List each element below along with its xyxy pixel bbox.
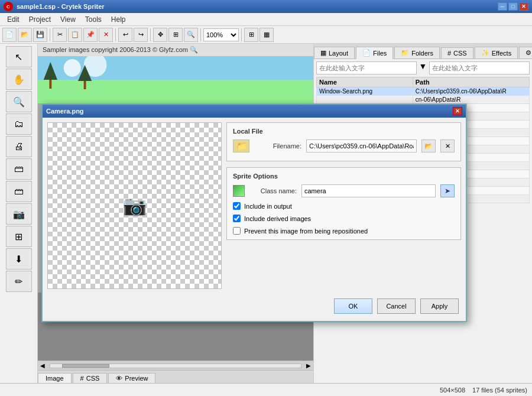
tab-effects[interactable]: ✨ Effects [475, 47, 518, 59]
tool-arrow-down[interactable]: ⬇ [6, 248, 32, 270]
tab-folders[interactable]: 📁 Folders [394, 47, 440, 59]
file-name-cell [317, 96, 413, 104]
tab-preview-label: Preview [125, 375, 148, 382]
sprite-options-section: Sprite Options Class name: ➤ Include in … [226, 167, 461, 240]
tool-camera[interactable]: 📷 [6, 203, 32, 225]
include-output-row: Include in output [233, 202, 455, 210]
toolbar-open-btn[interactable]: 📂 [18, 28, 32, 42]
file-path-cell: C:\Users\pc0359.cn-06\AppData\R [413, 87, 529, 96]
bottom-tabs: Image # CSS 👁 Preview [38, 370, 313, 383]
menu-edit[interactable]: Edit [2, 14, 24, 25]
files-table-row[interactable]: cn-06\AppData\R [317, 96, 530, 104]
toolbar-copy-btn[interactable]: 📋 [68, 28, 82, 42]
filename-label: Filename: [254, 142, 301, 150]
filter-icon: ▼ [419, 61, 427, 74]
tool-pointer[interactable]: ↖ [6, 46, 32, 67]
cancel-button[interactable]: Cancel [377, 298, 416, 314]
camera-dialog: Camera.png ✕ 📷 Local File 📁 Filename: [41, 103, 467, 322]
dialog-body: 📷 Local File 📁 Filename: 📂 ✕ [43, 118, 466, 294]
dialog-settings: Local File 📁 Filename: 📂 ✕ Sprite Option… [226, 122, 461, 289]
toolbar-save-btn[interactable]: 💾 [33, 28, 47, 42]
tab-files-label: Files [373, 50, 387, 57]
menu-help[interactable]: Help [106, 14, 131, 25]
toolbar-delete-btn[interactable]: ✕ [99, 28, 113, 42]
tab-css-right[interactable]: # CSS [441, 47, 473, 59]
filename-input[interactable] [306, 139, 417, 152]
include-derived-checkbox[interactable] [233, 215, 241, 222]
panel-tabs: ▦ Layout 📄 Files 📁 Folders # CSS ✨ Effec… [314, 44, 532, 59]
toolbar-paste-btn[interactable]: 📌 [83, 28, 98, 42]
toolbar-separator-2 [115, 28, 116, 41]
toolbar-select-btn[interactable]: ⊞ [168, 28, 183, 42]
maximize-button[interactable]: □ [508, 2, 518, 11]
tab-effects-label: Effects [492, 50, 511, 57]
toolbar-separator-3 [150, 28, 151, 41]
tab-image[interactable]: Image [38, 373, 72, 383]
filename-browse-btn[interactable]: 📂 [421, 139, 436, 152]
files-path-search[interactable] [429, 61, 530, 74]
minimize-button[interactable]: ─ [498, 2, 507, 11]
toolbar-move-btn[interactable]: ✥ [153, 28, 167, 42]
tab-preview[interactable]: 👁 Preview [108, 373, 155, 383]
toolbar-zoom-btn[interactable]: 🔍 [184, 28, 198, 42]
tool-db2[interactable]: 🗃 [6, 181, 32, 202]
classname-arrow-btn[interactable]: ➤ [440, 184, 455, 197]
file-name-cell: Window-Search.png [317, 87, 413, 96]
include-output-label: Include in output [244, 203, 292, 210]
tab-optimize[interactable]: ⚙ Optimize [519, 47, 532, 59]
tab-css-right-label: CSS [453, 50, 467, 57]
sprite-icon [233, 185, 245, 197]
tool-grid[interactable]: ⊞ [6, 226, 32, 247]
window-close-button[interactable]: ✕ [519, 2, 528, 11]
menu-tools[interactable]: Tools [80, 14, 106, 25]
preview-camera-icon: 📷 [123, 194, 147, 217]
tab-image-label: Image [46, 375, 64, 382]
hscroll-thumb[interactable] [62, 364, 109, 368]
tab-files[interactable]: 📄 Files [356, 47, 393, 59]
tab-css[interactable]: # CSS [73, 373, 108, 383]
toolbar-undo-btn[interactable]: ↩ [118, 28, 132, 42]
toolbar-grid-btn[interactable]: ⊞ [244, 28, 258, 42]
zoom-select[interactable]: 100% 75% 50% 150% 200% [203, 28, 239, 41]
ok-button[interactable]: OK [334, 298, 372, 314]
toolbar-layout-btn[interactable]: ▦ [259, 28, 274, 42]
files-name-search[interactable] [316, 61, 417, 74]
tool-pen[interactable]: ✏ [6, 271, 32, 292]
toolbar-separator-5 [241, 28, 242, 41]
toolbar-new-btn[interactable]: 📄 [2, 28, 17, 42]
canvas-hscrollbar[interactable]: ◀ ▶ [38, 361, 313, 370]
include-output-checkbox[interactable] [233, 202, 241, 210]
tool-pan[interactable]: ✋ [6, 69, 32, 90]
tool-zoom[interactable]: 🔍 [6, 91, 32, 112]
tab-preview-icon: 👁 [116, 375, 122, 382]
tab-layout-label: Layout [329, 50, 348, 57]
tool-sprite2[interactable]: 🖨 [6, 136, 32, 157]
tool-sprite1[interactable]: 🗂 [6, 113, 32, 135]
include-derived-row: Include derived images [233, 215, 455, 222]
toolbar-cut-btn[interactable]: ✂ [53, 28, 67, 42]
toolbar-redo-btn[interactable]: ↪ [134, 28, 148, 42]
classname-label: Class name: [249, 187, 297, 194]
toolbar: 📄 📂 💾 ✂ 📋 📌 ✕ ↩ ↪ ✥ ⊞ 🔍 100% 75% 50% 150… [0, 26, 532, 44]
apply-button[interactable]: Apply [420, 298, 459, 314]
prevent-reposition-checkbox[interactable] [233, 227, 241, 235]
col-path-header: Path [413, 77, 529, 87]
tab-layout[interactable]: ▦ Layout [314, 47, 355, 59]
menu-project[interactable]: Project [24, 14, 56, 25]
hscroll-track[interactable] [50, 363, 301, 368]
canvas-header: Sampler images copyright 2006-2013 © Gly… [38, 44, 313, 56]
menu-view[interactable]: View [56, 14, 80, 25]
status-file-count: 17 files (54 sprites) [472, 387, 527, 394]
filename-clear-btn[interactable]: ✕ [440, 139, 455, 152]
title-bar: C sample1.csp - Crytek Spriter ─ □ ✕ [0, 0, 532, 13]
classname-input[interactable] [301, 184, 436, 197]
dialog-title: Camera.png [46, 108, 453, 115]
files-table-row[interactable]: Window-Search.pngC:\Users\pc0359.cn-06\A… [317, 87, 530, 96]
dialog-close-button[interactable]: ✕ [453, 107, 462, 115]
toolbar-separator-1 [50, 28, 50, 41]
canvas-copyright: Sampler images copyright 2006-2013 © Gly… [43, 46, 188, 53]
tool-db1[interactable]: 🗃 [6, 158, 32, 180]
dialog-footer: OK Cancel Apply [43, 294, 466, 321]
classname-row: Class name: ➤ [233, 184, 455, 197]
layout-icon: ▦ [320, 49, 326, 57]
